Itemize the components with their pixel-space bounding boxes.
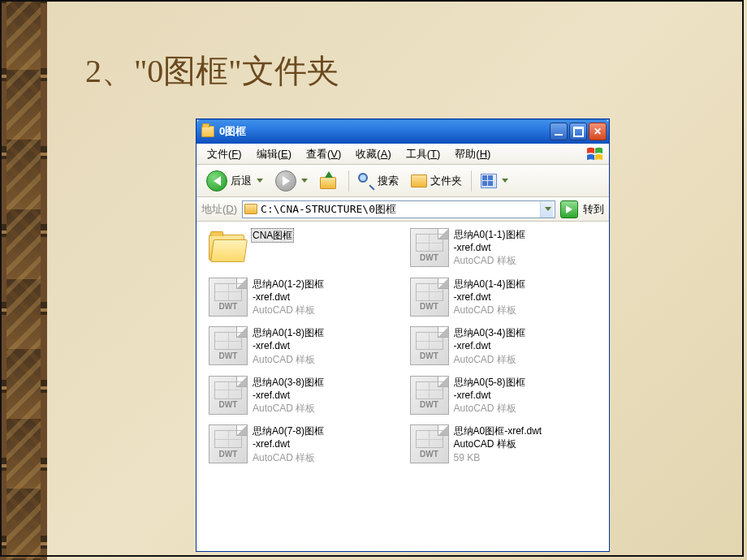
titlebar[interactable]: 0图框: [196, 119, 609, 144]
file-item[interactable]: DWT思纳A0(3-8)图框-xref.dwtAutoCAD 样板: [209, 376, 402, 416]
file-name: 思纳A0(1-2)图框: [253, 278, 324, 291]
file-type: AutoCAD 样板: [253, 304, 324, 317]
file-item[interactable]: DWT思纳A0(5-8)图框-xref.dwtAutoCAD 样板: [410, 376, 603, 416]
maximize-button[interactable]: [569, 123, 587, 140]
file-label-group: 思纳A0(3-8)图框-xref.dwtAutoCAD 样板: [253, 376, 324, 416]
folder-icon: [209, 231, 246, 264]
file-line2: -xref.dwt: [454, 291, 525, 304]
file-name: CNA图框: [251, 228, 294, 243]
file-name: 思纳A0(7-8)图框: [253, 424, 324, 437]
back-arrow-icon: [206, 170, 227, 192]
file-label-group: 思纳A0(7-8)图框-xref.dwtAutoCAD 样板: [253, 424, 324, 464]
forward-button[interactable]: [270, 168, 313, 194]
separator: [471, 170, 472, 192]
file-name: 思纳A0(3-4)图框: [454, 326, 525, 339]
file-type: AutoCAD 样板: [253, 451, 324, 464]
dwt-file-icon: DWT: [410, 278, 449, 317]
go-button[interactable]: [560, 200, 578, 218]
dwt-file-icon: DWT: [410, 228, 449, 267]
folder-icon: [411, 174, 427, 187]
go-arrow-icon: [566, 205, 572, 213]
file-type: AutoCAD 样板: [454, 402, 525, 415]
dwt-file-icon: DWT: [410, 376, 449, 415]
separator: [348, 170, 349, 192]
file-line2: AutoCAD 样板: [454, 437, 542, 450]
menu-favorites[interactable]: 收藏(A): [348, 145, 398, 163]
file-item[interactable]: DWT思纳A0(1-2)图框-xref.dwtAutoCAD 样板: [209, 278, 402, 317]
folder-icon: [244, 204, 257, 214]
menu-edit[interactable]: 编辑(E): [249, 145, 299, 163]
folder-up-icon: [320, 173, 339, 189]
slide-title: 2、"0图框"文件夹: [85, 49, 339, 93]
file-item[interactable]: DWT思纳A0(1-1)图框-xref.dwtAutoCAD 样板: [410, 228, 603, 268]
chevron-down-icon: [545, 207, 551, 211]
file-line2: -xref.dwt: [454, 241, 525, 254]
menu-tools[interactable]: 工具(T): [399, 145, 448, 163]
file-label-group: 思纳A0(1-1)图框-xref.dwtAutoCAD 样板: [454, 228, 525, 268]
file-line2: -xref.dwt: [253, 291, 324, 304]
file-line2: -xref.dwt: [253, 389, 324, 402]
file-item[interactable]: DWT思纳A0图框-xref.dwtAutoCAD 样板59 KB: [410, 424, 603, 464]
close-button[interactable]: [589, 123, 607, 140]
address-field[interactable]: [242, 200, 555, 218]
file-label-group: 思纳A0(3-4)图框-xref.dwtAutoCAD 样板: [454, 326, 525, 366]
folders-button[interactable]: 文件夹: [406, 171, 467, 191]
file-line2: -xref.dwt: [454, 389, 525, 402]
explorer-window: 0图框 文件(F) 编辑(E) 查看(V) 收藏(A) 工具(T) 帮助(H): [196, 118, 610, 552]
forward-arrow-icon: [275, 170, 296, 192]
window-caption: 0图框: [219, 124, 550, 139]
file-line2: -xref.dwt: [253, 339, 324, 352]
file-name: 思纳A0(5-8)图框: [454, 376, 525, 389]
file-list-area[interactable]: CNA图框DWT思纳A0(1-1)图框-xref.dwtAutoCAD 样板DW…: [196, 222, 609, 551]
windows-flag-icon: [585, 145, 606, 163]
file-label-group: 思纳A0(1-2)图框-xref.dwtAutoCAD 样板: [253, 278, 324, 317]
search-button[interactable]: 搜索: [353, 170, 404, 192]
file-label-group: 思纳A0(5-8)图框-xref.dwtAutoCAD 样板: [454, 376, 525, 416]
menubar: 文件(F) 编辑(E) 查看(V) 收藏(A) 工具(T) 帮助(H): [196, 144, 609, 165]
file-item[interactable]: DWT思纳A0(7-8)图框-xref.dwtAutoCAD 样板: [209, 424, 402, 464]
file-item[interactable]: DWT思纳A0(3-4)图框-xref.dwtAutoCAD 样板: [410, 326, 603, 366]
back-button[interactable]: 后退: [201, 168, 268, 194]
up-folder-button[interactable]: [315, 170, 344, 192]
toolbar: 后退 搜索 文件夹: [196, 165, 609, 197]
minimize-button[interactable]: [550, 123, 568, 140]
dwt-file-icon: DWT: [209, 424, 248, 463]
file-line2: -xref.dwt: [454, 339, 525, 352]
dwt-file-icon: DWT: [410, 326, 449, 365]
file-type: AutoCAD 样板: [454, 254, 525, 267]
menu-view[interactable]: 查看(V): [299, 145, 348, 163]
file-name: 思纳A0(1-8)图框: [253, 326, 324, 339]
file-type: AutoCAD 样板: [253, 353, 324, 366]
file-name: 思纳A0(3-8)图框: [253, 376, 324, 389]
dwt-file-icon: DWT: [209, 278, 248, 317]
slide-background: 2、"0图框"文件夹 0图框 文件(F) 编辑(E) 查看(V) 收藏(A) 工…: [0, 0, 747, 560]
menu-help[interactable]: 帮助(H): [447, 145, 498, 163]
dropdown-arrow-icon: [257, 179, 263, 183]
views-button[interactable]: [476, 171, 513, 191]
file-type: AutoCAD 样板: [454, 304, 525, 317]
dropdown-arrow-icon: [301, 179, 308, 183]
file-item[interactable]: DWT思纳A0(1-8)图框-xref.dwtAutoCAD 样板: [209, 326, 402, 366]
file-label-group: 思纳A0图框-xref.dwtAutoCAD 样板59 KB: [454, 424, 542, 464]
file-item[interactable]: DWT思纳A0(1-4)图框-xref.dwtAutoCAD 样板: [410, 278, 603, 317]
address-input[interactable]: [261, 202, 540, 217]
file-type: AutoCAD 样板: [454, 353, 525, 366]
file-type: 59 KB: [454, 451, 542, 464]
address-dropdown-button[interactable]: [540, 201, 553, 218]
file-name: 思纳A0图框-xref.dwt: [454, 424, 542, 437]
folder-item[interactable]: CNA图框: [209, 228, 402, 268]
file-name: 思纳A0(1-4)图框: [454, 278, 525, 291]
file-line2: -xref.dwt: [253, 437, 324, 450]
address-label: 地址(D): [201, 202, 237, 217]
views-icon: [481, 174, 497, 188]
address-bar: 地址(D) 转到: [196, 197, 609, 222]
search-icon: [358, 173, 374, 189]
dwt-file-icon: DWT: [209, 376, 248, 415]
dwt-file-icon: DWT: [209, 326, 248, 365]
menu-file[interactable]: 文件(F): [200, 145, 249, 163]
file-label-group: CNA图框: [251, 228, 294, 243]
file-label-group: 思纳A0(1-8)图框-xref.dwtAutoCAD 样板: [253, 326, 324, 366]
dwt-file-icon: DWT: [410, 424, 449, 463]
file-label-group: 思纳A0(1-4)图框-xref.dwtAutoCAD 样板: [454, 278, 525, 317]
go-label: 转到: [583, 202, 604, 217]
